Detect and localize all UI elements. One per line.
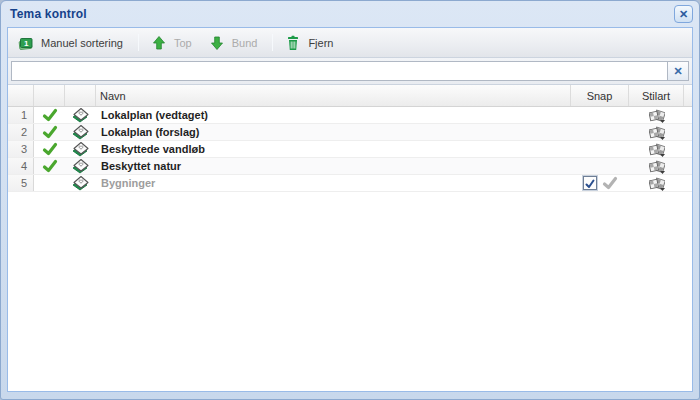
visible-cell[interactable] xyxy=(34,107,65,123)
bund-button[interactable]: Bund xyxy=(202,31,268,55)
bund-label: Bund xyxy=(232,37,258,49)
toolbar-separator xyxy=(138,34,139,51)
stilart-cell[interactable] xyxy=(629,107,684,123)
top-label: Top xyxy=(174,37,192,49)
stilart-cell[interactable] xyxy=(629,175,684,191)
row-gutter xyxy=(684,124,692,140)
visible-check-icon[interactable] xyxy=(42,158,58,174)
stilart-cell[interactable] xyxy=(629,141,684,157)
visible-check-icon[interactable] xyxy=(42,107,58,123)
row-number: 3 xyxy=(8,141,34,157)
header-navn[interactable]: Navn xyxy=(96,85,571,106)
table-row[interactable]: 3 Beskyttede vandløb xyxy=(8,141,692,158)
layer-grid: Navn Snap Stilart 1 Lokalplan (vedtaget) xyxy=(8,85,692,391)
visible-cell[interactable] xyxy=(34,158,65,174)
layer-icon xyxy=(65,175,96,191)
snap-cell xyxy=(571,175,629,191)
row-number: 5 xyxy=(8,175,34,191)
layer-icon xyxy=(65,124,96,140)
toolbar-separator xyxy=(272,34,273,51)
row-gutter xyxy=(684,175,692,191)
header-gutter xyxy=(684,85,692,106)
filter-row: ✕ xyxy=(8,58,692,85)
snap-cell xyxy=(571,107,629,123)
fjern-button[interactable]: Fjern xyxy=(278,31,343,55)
title-bar[interactable]: Tema kontrol ✕ xyxy=(1,1,699,27)
snap-controls xyxy=(583,175,618,191)
trash-icon xyxy=(285,35,301,51)
toolbar: Manuel sortering Top Bund Fjern xyxy=(8,28,692,58)
header-stilart[interactable]: Stilart xyxy=(629,85,684,106)
fjern-label: Fjern xyxy=(308,37,333,49)
snap-cell xyxy=(571,124,629,140)
header-snap[interactable]: Snap xyxy=(571,85,629,106)
visible-cell[interactable] xyxy=(34,141,65,157)
snap-checkbox-check-icon xyxy=(584,178,595,189)
top-button[interactable]: Top xyxy=(144,31,202,55)
layer-icon xyxy=(65,107,96,123)
table-body: 1 Lokalplan (vedtaget) xyxy=(8,107,692,192)
header-rownum[interactable] xyxy=(8,85,34,106)
layer-icon xyxy=(65,158,96,174)
visible-check-icon[interactable] xyxy=(42,124,58,140)
row-number: 4 xyxy=(8,158,34,174)
window-title: Tema kontrol xyxy=(10,7,87,21)
row-name[interactable]: Lokalplan (forslag) xyxy=(96,124,571,140)
row-name[interactable]: Beskyttet natur xyxy=(96,158,571,174)
table-row[interactable]: 1 Lokalplan (vedtaget) xyxy=(8,107,692,124)
row-number: 2 xyxy=(8,124,34,140)
stilart-icon[interactable] xyxy=(649,124,665,140)
row-name[interactable]: Bygninger xyxy=(96,175,571,191)
visible-cell[interactable] xyxy=(34,175,65,191)
snap-cell xyxy=(571,158,629,174)
clear-filter-icon[interactable]: ✕ xyxy=(667,61,689,81)
table-row[interactable]: 5 Bygninger xyxy=(8,175,692,192)
visible-cell[interactable] xyxy=(34,124,65,140)
manual-sort-button[interactable]: Manuel sortering xyxy=(11,31,133,55)
snap-checkbox[interactable] xyxy=(583,176,597,190)
table-row[interactable]: 4 Beskyttet natur xyxy=(8,158,692,175)
row-number: 1 xyxy=(8,107,34,123)
stilart-cell[interactable] xyxy=(629,124,684,140)
visible-check-icon[interactable] xyxy=(42,141,58,157)
row-gutter xyxy=(684,141,692,157)
stilart-icon[interactable] xyxy=(649,158,665,174)
arrow-down-icon xyxy=(209,35,225,51)
grid-header: Navn Snap Stilart xyxy=(8,85,692,107)
grid-empty-area xyxy=(8,192,692,391)
layer-icon xyxy=(65,141,96,157)
row-gutter xyxy=(684,158,692,174)
header-layericon[interactable] xyxy=(65,85,96,106)
row-gutter xyxy=(684,107,692,123)
table-row[interactable]: 2 Lokalplan (forslag) xyxy=(8,124,692,141)
window-content: Manuel sortering Top Bund Fjern xyxy=(7,27,693,392)
manual-sort-label: Manuel sortering xyxy=(41,37,123,49)
tema-kontrol-window: Tema kontrol ✕ Manuel sortering Top xyxy=(0,0,700,400)
stilart-cell[interactable] xyxy=(629,158,684,174)
header-visible[interactable] xyxy=(34,85,65,106)
stilart-icon[interactable] xyxy=(649,107,665,123)
stilart-icon[interactable] xyxy=(649,141,665,157)
manual-sort-icon xyxy=(18,35,34,51)
close-icon[interactable]: ✕ xyxy=(674,5,693,23)
row-name[interactable]: Beskyttede vandløb xyxy=(96,141,571,157)
row-name[interactable]: Lokalplan (vedtaget) xyxy=(96,107,571,123)
stilart-icon[interactable] xyxy=(649,175,665,191)
arrow-up-icon xyxy=(151,35,167,51)
snap-status-check-icon xyxy=(602,175,618,191)
filter-input[interactable] xyxy=(11,61,667,81)
snap-cell xyxy=(571,141,629,157)
